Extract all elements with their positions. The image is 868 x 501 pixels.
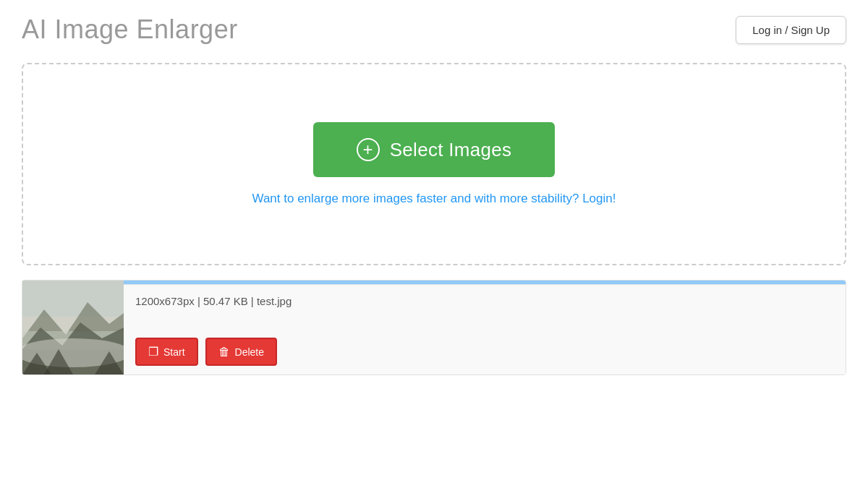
file-actions: ❐ Start 🗑 Delete [124, 330, 846, 374]
file-list: 1200x673px | 50.47 KB | test.jpg ❐ Start… [22, 280, 846, 375]
start-icon: ❐ [148, 345, 158, 359]
file-right: 1200x673px | 50.47 KB | test.jpg ❐ Start… [124, 281, 846, 374]
login-prompt: Want to enlarge more images faster and w… [252, 192, 616, 206]
header: AI Image Enlarger Log in / Sign Up [0, 0, 868, 56]
delete-button[interactable]: 🗑 Delete [205, 338, 277, 366]
file-info: 1200x673px | 50.47 KB | test.jpg [124, 285, 846, 330]
trash-icon: 🗑 [218, 346, 230, 359]
delete-label: Delete [235, 346, 264, 358]
select-images-label: Select Images [390, 139, 512, 161]
select-images-button[interactable]: + Select Images [313, 122, 556, 177]
file-thumbnail [22, 281, 124, 374]
start-label: Start [163, 346, 185, 358]
login-signup-button[interactable]: Log in / Sign Up [736, 16, 846, 44]
app-title: AI Image Enlarger [22, 14, 238, 45]
start-button[interactable]: ❐ Start [135, 338, 198, 366]
table-row: 1200x673px | 50.47 KB | test.jpg ❐ Start… [22, 280, 846, 375]
dropzone[interactable]: + Select Images Want to enlarge more ima… [22, 63, 846, 265]
plus-circle-icon: + [357, 138, 380, 161]
